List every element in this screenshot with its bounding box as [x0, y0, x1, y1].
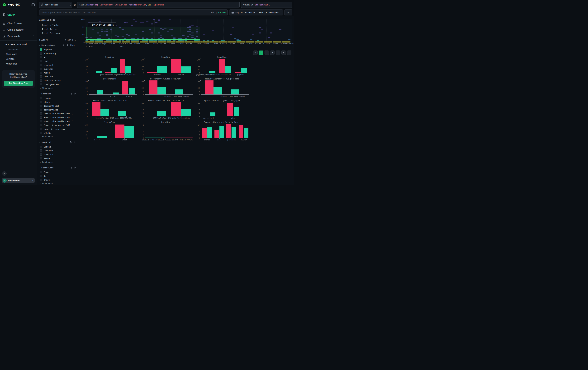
checkbox-unchecked[interactable]	[40, 75, 42, 78]
checkbox-unchecked[interactable]	[40, 56, 42, 58]
sidebar-item-dashboards[interactable]: Dashboards⌃	[0, 33, 37, 40]
filter-option-internal[interactable]: Internal	[39, 152, 76, 156]
pin-icon[interactable]	[74, 141, 76, 143]
chevron-down-icon[interactable]: ⌄	[39, 141, 40, 143]
chevron-down-icon[interactable]: ⌄	[39, 93, 40, 95]
filter-option-consumer[interactable]: Consumer	[39, 149, 76, 152]
filter-group-name[interactable]: ServiceName	[41, 44, 55, 46]
preset-kubernetes[interactable]: Kubernetes	[0, 61, 37, 66]
search-icon[interactable]	[70, 167, 72, 169]
clear-all-button[interactable]: Clear all	[65, 39, 76, 41]
filter-option-documentload[interactable]: documentLoad	[39, 108, 76, 112]
selection-box[interactable]	[86, 27, 200, 40]
help-button[interactable]: ?	[2, 171, 7, 176]
filter-option-ok[interactable]: Ok	[39, 174, 76, 178]
user-menu[interactable]: U Local mode ›	[2, 178, 35, 183]
checkbox-unchecked[interactable]	[40, 52, 42, 55]
pin-icon[interactable]	[66, 44, 68, 46]
pagination-page-1[interactable]: 1	[259, 50, 263, 55]
show-more-link[interactable]: ›Load more	[39, 182, 76, 185]
checkbox-unchecked[interactable]	[40, 132, 42, 134]
checkbox-unchecked[interactable]	[40, 157, 42, 160]
sidebar-collapse-icon[interactable]	[32, 3, 35, 6]
checkbox-unchecked[interactable]	[40, 79, 42, 81]
filter-option-load-generator[interactable]: load-generator	[39, 82, 76, 86]
create-dashboard-button[interactable]: +Create Dashboard	[0, 41, 37, 47]
checkbox-unchecked[interactable]	[40, 101, 42, 103]
filter-option-error-the-credit-card-[interactable]: Error: The credit card (…	[39, 119, 76, 123]
checkbox-unchecked[interactable]	[40, 128, 42, 130]
pin-icon[interactable]	[74, 93, 76, 95]
show-more-link[interactable]: ›Load more	[39, 160, 76, 164]
analysis-mode-event-deltas[interactable]: Event Deltas	[40, 27, 76, 31]
preset-services[interactable]: Services	[0, 57, 37, 61]
checkbox-unchecked[interactable]	[40, 171, 42, 173]
pin-icon[interactable]	[74, 167, 76, 169]
analysis-mode-event-patterns[interactable]: Event Patterns	[40, 31, 76, 35]
filter-option-error-visa-cache-full-[interactable]: Error: Visa cache full: …	[39, 123, 76, 127]
mode-lucene[interactable]: Lucene	[218, 11, 226, 14]
filter-by-selection-button[interactable]: Filter by Selection	[88, 22, 116, 27]
filter-group-name[interactable]: SpanName	[41, 92, 51, 95]
filter-option-cart[interactable]: cart	[39, 59, 76, 63]
filter-option-currency[interactable]: currency	[39, 67, 76, 71]
filter-option-error-the-credit-card-[interactable]: Error: The credit card (…	[39, 112, 76, 116]
filter-option-frontend[interactable]: frontend	[39, 75, 76, 79]
checkbox-unchecked[interactable]	[40, 112, 42, 115]
filter-option-click[interactable]: click	[39, 100, 76, 104]
checkbox-unchecked[interactable]	[40, 72, 42, 74]
filter-option-change[interactable]: change	[39, 96, 76, 100]
checkbox-unchecked[interactable]	[40, 153, 42, 156]
checkbox-unchecked[interactable]	[40, 175, 42, 177]
checkbox-unchecked[interactable]	[40, 83, 42, 85]
filter-option-server[interactable]: Server	[39, 156, 76, 160]
checkbox-unchecked[interactable]	[40, 105, 42, 107]
mode-sql[interactable]: SQL	[211, 11, 215, 14]
checkbox-unchecked[interactable]	[40, 68, 42, 70]
pagination-prev[interactable]: ‹	[253, 50, 258, 55]
pagination-page-3[interactable]: 3	[270, 50, 274, 55]
pagination-page-2[interactable]: 2	[264, 50, 269, 55]
checkbox-checked[interactable]: ✓	[40, 49, 42, 51]
show-more-link[interactable]: ›Show more	[39, 86, 76, 90]
filter-option-eventlistener-error[interactable]: eventListener.error	[39, 127, 76, 131]
search-input[interactable]: Search your events w/ Lucene ex. column:…	[39, 10, 228, 15]
checkbox-unchecked[interactable]	[40, 179, 42, 181]
pagination-page-4[interactable]: 4	[276, 50, 280, 55]
filter-option-checkout[interactable]: checkout	[39, 63, 76, 67]
checkbox-unchecked[interactable]	[40, 60, 42, 62]
filter-option-frontend-proxy[interactable]: frontend-proxy	[39, 79, 76, 82]
checkbox-unchecked[interactable]	[40, 116, 42, 119]
chevron-down-icon[interactable]: ⌄	[39, 167, 40, 169]
show-more-link[interactable]: ›Show more	[39, 135, 76, 138]
filter-option-payment[interactable]: ✓payment	[39, 48, 76, 51]
order-by-input[interactable]: ORDER BY Timestamp DESC	[241, 2, 292, 8]
filter-group-name[interactable]: StatusCode	[41, 167, 53, 169]
checkbox-unchecked[interactable]	[40, 124, 42, 126]
preset-clickhouse[interactable]: ClickHouse	[0, 52, 37, 57]
checkbox-unchecked[interactable]	[40, 64, 42, 66]
checkbox-unchecked[interactable]	[40, 120, 42, 122]
chevron-down-icon[interactable]: ⌄	[39, 44, 40, 46]
date-range-picker[interactable]: Sep 14 22:04:35 - Sep 15 10:04:35	[229, 10, 283, 15]
search-icon[interactable]	[70, 141, 72, 143]
filter-option-error-the-credit-card-[interactable]: Error: The credit card (…	[39, 116, 76, 119]
pagination-next[interactable]: ›	[287, 50, 291, 55]
gear-icon[interactable]: ⚙	[74, 3, 76, 6]
filter-option-error[interactable]: Error	[39, 170, 76, 174]
search-icon[interactable]	[70, 93, 72, 95]
filter-option-accounting[interactable]: accounting	[39, 51, 76, 55]
run-query-button[interactable]: ▷	[284, 10, 292, 15]
sidebar-item-client-sessions[interactable]: Client Sessions	[0, 27, 37, 33]
checkbox-unchecked[interactable]	[40, 146, 42, 148]
presets-toggle[interactable]: ⌄PRESETS	[0, 47, 37, 52]
filter-option-flagd[interactable]: flagd	[39, 71, 76, 75]
filter-group-name[interactable]: SpanKind	[41, 141, 51, 143]
checkbox-unchecked[interactable]	[40, 150, 42, 152]
analysis-mode-results-table[interactable]: Results Table	[40, 23, 76, 27]
heatmap-plot[interactable]: Filter by Selection	[85, 19, 292, 42]
checkbox-unchecked[interactable]	[40, 97, 42, 99]
source-select[interactable]: Demo Traces ⌃⌄	[39, 2, 72, 8]
search-icon[interactable]	[63, 44, 65, 46]
filter-option-unset[interactable]: Unset	[39, 178, 76, 182]
